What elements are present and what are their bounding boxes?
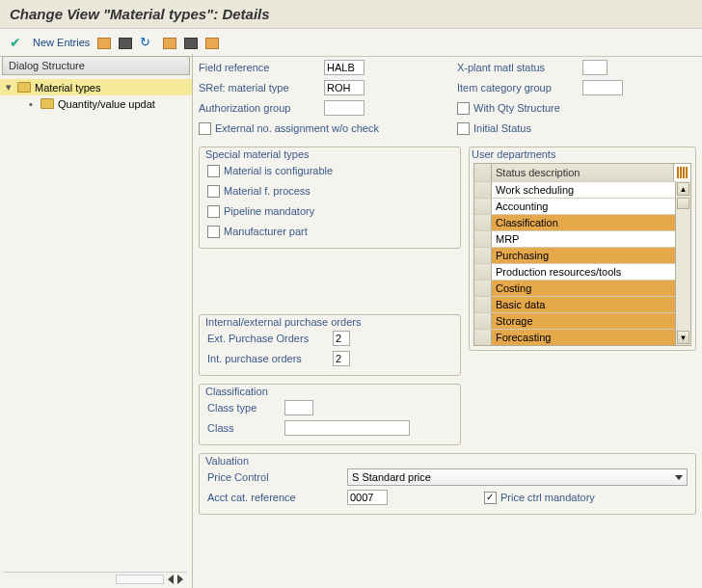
toolbar: New Entries [0,29,702,57]
class-type-label: Class type [207,402,284,414]
folder-icon [40,98,54,109]
status-cell: Purchasing [492,248,675,263]
copy-icon[interactable] [97,38,111,49]
table-row[interactable]: Purchasing [474,247,675,263]
dialog-structure-panel: Dialog Structure ▾ Material types • Quan… [0,54,193,588]
tree-label: Material types [35,82,100,94]
pipeline-checkbox[interactable] [207,205,220,218]
table-row[interactable]: MRP [474,230,675,247]
configurable-checkbox[interactable] [207,165,220,177]
group-title: Classification [203,386,270,397]
table-row[interactable]: Classification [474,214,675,230]
withqty-checkbox[interactable] [457,102,470,115]
int-po-input[interactable] [333,351,350,366]
tree-nav [4,572,187,583]
class-type-input[interactable] [284,400,313,415]
table-corner[interactable] [474,164,492,181]
table-row[interactable]: Accounting [474,198,675,214]
table-row[interactable]: Costing [474,280,675,296]
ext-no-checkbox[interactable] [199,122,211,135]
price-control-value: S Standard price [352,471,431,483]
status-cell: Production resources/tools [492,264,675,280]
chevron-down-icon [675,475,683,480]
new-entries-button[interactable]: New Entries [33,37,90,48]
table-row[interactable]: Storage [474,312,675,329]
sref-input[interactable] [324,80,364,95]
tree: ▾ Material types • Quantity/value updat [0,77,192,114]
row-header[interactable] [474,330,492,345]
field-ref-label: Field reference [199,62,324,73]
row-header[interactable] [474,264,492,280]
nav-left-icon[interactable] [168,575,174,584]
table-row[interactable]: Production resources/tools [474,263,675,280]
manufacturer-checkbox[interactable] [207,226,220,238]
status-cell: Storage [492,313,675,329]
status-cell: Accounting [492,199,675,214]
tree-label: Quantity/value updat [58,98,155,110]
scroll-up-icon[interactable]: ▲ [677,182,689,196]
undo-icon[interactable] [140,35,155,50]
process-checkbox[interactable] [207,185,220,198]
export-icon[interactable] [205,38,219,49]
table-config-button[interactable] [673,164,690,181]
classification-group: Classification Class type Class [199,384,461,445]
ext-no-label: External no. assignment w/o check [215,122,379,134]
user-dept-table: Status description Work schedulingAccoun… [473,163,691,346]
scroll-track[interactable] [676,210,690,330]
configurable-label: Material is configurable [224,165,333,176]
xplant-input[interactable] [582,60,608,75]
group-title: Special material types [203,148,311,160]
nav-right-icon[interactable] [177,575,183,584]
row-header[interactable] [474,297,492,312]
itemcat-label: Item category group [457,82,582,94]
acct-cat-input[interactable] [347,490,388,505]
tree-collapse-icon[interactable]: ▾ [6,81,17,94]
status-cell: MRP [492,231,675,247]
row-header[interactable] [474,313,492,329]
itemcat-input[interactable] [582,80,623,95]
auth-group-input[interactable] [324,100,364,116]
row-header[interactable] [474,199,492,214]
price-control-select[interactable]: S Standard price [347,468,688,486]
class-input[interactable] [284,420,410,436]
status-cell: Classification [492,215,675,230]
tree-item-material-types[interactable]: ▾ Material types [0,79,192,95]
row-header[interactable] [474,231,492,247]
withqty-label: With Qty Structure [473,102,560,114]
ext-po-input[interactable] [333,331,350,346]
field-ref-input[interactable] [324,60,364,75]
scroll-thumb[interactable] [677,198,689,209]
scroll-down-icon[interactable]: ▼ [677,331,689,344]
group-title: User departments [470,148,557,160]
table-row[interactable]: Basic data [474,296,675,312]
row-header[interactable] [474,215,492,230]
row-header[interactable] [474,182,492,198]
table-row[interactable]: Forecasting [474,329,675,345]
tree-item-quantity-value[interactable]: • Quantity/value updat [0,95,192,112]
save-icon[interactable] [119,38,132,49]
price-mandatory-checkbox[interactable] [484,492,497,504]
row-header[interactable] [474,281,492,296]
auth-group-label: Authorization group [199,102,324,114]
class-label: Class [207,422,284,434]
scrollbar[interactable]: ▲ ▼ [675,181,690,345]
initstat-label: Initial Status [473,122,531,134]
special-material-group: Special material types Material is confi… [199,147,461,249]
check-icon[interactable] [10,35,25,50]
select-icon[interactable] [163,38,176,49]
user-departments-group: User departments Status description Work… [469,147,696,351]
pipeline-label: Pipeline mandatory [224,205,314,217]
ext-po-label: Ext. Purchase Orders [207,333,333,344]
price-control-label: Price Control [207,471,347,483]
row-header[interactable] [474,248,492,263]
print-icon[interactable] [184,38,198,49]
table-row[interactable]: Work scheduling [474,181,675,198]
group-title: Internal/external purchase orders [203,316,363,328]
manufacturer-label: Manufacturer part [224,226,308,237]
status-desc-header[interactable]: Status description [492,167,673,178]
details-panel: Field reference SRef: material type Auth… [193,54,702,588]
page-title: Change View "Material types": Details [0,0,702,29]
initstat-checkbox[interactable] [457,122,470,135]
tree-bullet-icon: • [29,98,40,110]
status-cell: Costing [492,281,675,296]
